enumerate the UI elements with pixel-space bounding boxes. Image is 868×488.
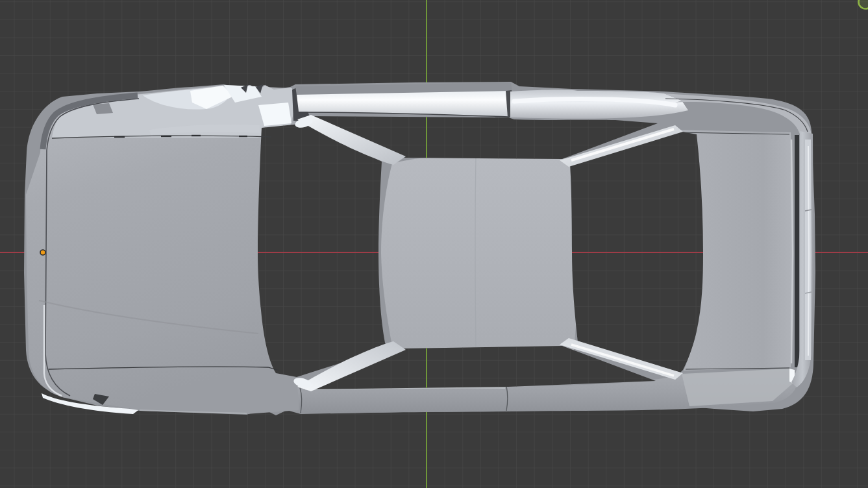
- object-origin-dot: [40, 250, 45, 255]
- top-door-strip: [295, 82, 513, 117]
- fascia-slit: [795, 135, 799, 367]
- roof-panel: [381, 154, 579, 353]
- viewport-3d-stage: [0, 0, 868, 488]
- viewport-3d[interactable]: [0, 0, 868, 488]
- rear-fascia: [791, 131, 813, 387]
- fascia-core-highlight: [808, 146, 809, 356]
- highlight-shape: [258, 103, 291, 126]
